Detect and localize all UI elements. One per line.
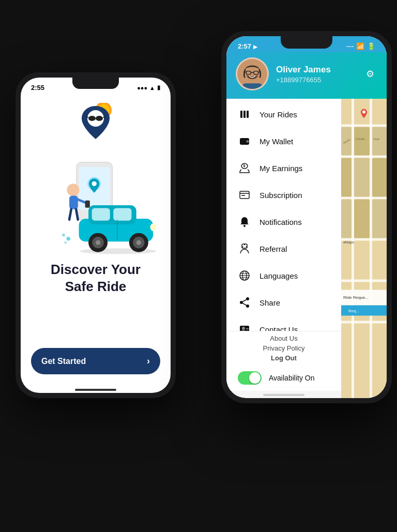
share-icon	[238, 296, 251, 309]
svg-rect-81	[372, 127, 387, 156]
svg-point-60	[240, 301, 243, 304]
svg-rect-78	[370, 99, 372, 398]
phone2-home-bar	[263, 394, 304, 396]
availability-label: Availability On	[269, 374, 314, 382]
app-logo	[78, 104, 114, 140]
svg-text:FOUND: FOUND	[356, 138, 365, 141]
toggle-thumb	[249, 372, 261, 384]
phone2-menu: Your Rides My Wallet $	[226, 99, 341, 331]
svg-rect-83	[354, 158, 370, 197]
svg-point-12	[67, 184, 79, 196]
phone1-illustration	[31, 143, 160, 257]
subscription-icon	[238, 188, 251, 202]
svg-point-51	[243, 225, 246, 227]
svg-rect-75	[341, 280, 387, 282]
battery-icon: 🔋	[367, 42, 375, 50]
earnings-icon: $	[238, 161, 251, 175]
phone1-time: 2:55	[31, 84, 44, 92]
svg-rect-86	[354, 200, 370, 238]
menu-label-subscription: Subscription	[259, 191, 302, 200]
svg-rect-84	[372, 158, 387, 197]
user-info: Oliver James +18899776655	[276, 65, 356, 84]
phone2-notch	[281, 36, 332, 49]
svg-point-91	[362, 111, 365, 114]
phone2-device: 2:57 ▶ ···· 📶 🔋	[221, 31, 392, 403]
menu-label-contact-us: Contact Us	[259, 325, 298, 331]
referral-icon	[238, 242, 251, 255]
menu-item-my-earnings[interactable]: $ My Earnings	[226, 155, 341, 181]
svg-point-64	[242, 327, 245, 330]
log-out-link[interactable]: Log Out	[271, 354, 297, 362]
phone1-content: Discover Your Safe Ride Get Started ›	[21, 94, 171, 385]
phone2-map-side: Westin FOUND Hotel ♦Maps Ride Reque... R…	[341, 99, 387, 398]
svg-rect-20	[92, 208, 110, 221]
phone2-screen: 2:57 ▶ ···· 📶 🔋	[226, 36, 387, 398]
svg-text:♦Maps: ♦Maps	[343, 240, 354, 245]
svg-rect-40	[242, 83, 263, 90]
svg-rect-72	[341, 156, 387, 158]
phone2-header: Oliver James +18899776655 ⚙	[226, 52, 387, 99]
about-us-link[interactable]: About Us	[270, 335, 297, 342]
phone2-menu-side: Your Rides My Wallet $	[226, 99, 341, 398]
phone2-split: Your Rides My Wallet $	[226, 99, 387, 398]
menu-item-contact-us[interactable]: Contact Us	[226, 316, 341, 331]
svg-point-30	[80, 248, 156, 254]
availability-toggle[interactable]	[238, 371, 262, 385]
dots-icon: ····	[346, 42, 354, 50]
menu-label-my-earnings: My Earnings	[259, 164, 302, 173]
location-arrow-icon: ▶	[253, 44, 257, 50]
svg-point-46	[247, 141, 249, 142]
svg-rect-71	[341, 125, 387, 127]
svg-rect-80	[354, 127, 370, 156]
svg-point-27	[136, 240, 141, 245]
menu-label-referral: Referral	[259, 245, 287, 253]
svg-line-5	[86, 117, 88, 117]
svg-rect-17	[85, 201, 90, 208]
svg-point-33	[64, 241, 67, 244]
menu-item-my-wallet[interactable]: My Wallet	[226, 128, 341, 155]
svg-point-4	[96, 116, 103, 121]
svg-text:$: $	[243, 164, 246, 168]
phone1-screen: 2:55 ●●● ▲ ▮	[21, 78, 171, 393]
svg-rect-42	[243, 111, 246, 118]
phone1-status-icons: ●●● ▲ ▮	[137, 84, 160, 92]
menu-item-languages[interactable]: Languages	[226, 262, 341, 289]
svg-rect-77	[352, 99, 354, 398]
languages-icon	[238, 269, 251, 282]
avatar-face	[237, 59, 267, 89]
svg-point-28	[150, 223, 156, 231]
svg-point-61	[246, 305, 249, 308]
svg-text:Hotel: Hotel	[373, 138, 379, 141]
privacy-policy-link[interactable]: Privacy Policy	[263, 344, 305, 352]
wallet-icon	[238, 134, 251, 148]
menu-footer: About Us Privacy Policy Log Out	[226, 331, 341, 366]
avatar-svg	[237, 57, 267, 90]
availability-row: Availability On	[226, 366, 341, 391]
menu-label-languages: Languages	[259, 271, 298, 280]
svg-rect-85	[341, 200, 352, 238]
menu-item-notifications[interactable]: Notifications	[226, 208, 341, 235]
wifi-icon: 📶	[356, 42, 364, 50]
svg-rect-76	[341, 321, 387, 324]
map-svg: Westin FOUND Hotel ♦Maps Ride Reque... R…	[341, 99, 387, 398]
menu-item-share[interactable]: Share	[226, 289, 341, 316]
your-rides-icon	[238, 108, 251, 121]
get-started-button[interactable]: Get Started ›	[31, 348, 160, 374]
svg-line-62	[243, 300, 247, 302]
menu-item-your-rides[interactable]: Your Rides	[226, 101, 341, 128]
svg-rect-43	[247, 111, 249, 118]
menu-item-referral[interactable]: Referral	[226, 235, 341, 262]
phone1-device: 2:55 ●●● ▲ ▮	[16, 72, 176, 398]
menu-label-notifications: Notifications	[259, 218, 302, 226]
settings-icon[interactable]: ⚙	[363, 67, 377, 81]
svg-point-24	[96, 240, 100, 245]
svg-rect-48	[240, 191, 249, 199]
svg-text:Ride Reque...: Ride Reque...	[343, 295, 369, 300]
user-avatar	[236, 57, 269, 90]
phone1-tagline: Discover Your Safe Ride	[51, 261, 141, 295]
menu-item-subscription[interactable]: Subscription	[226, 181, 341, 208]
notifications-icon	[238, 215, 251, 229]
user-phone: +18899776655	[276, 76, 356, 84]
phone1-wifi-icon: ▲	[149, 85, 155, 91]
phone1-signal-icon: ●●●	[137, 85, 147, 91]
